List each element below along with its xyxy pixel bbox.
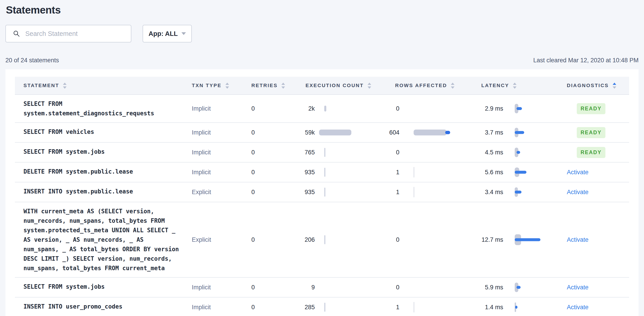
- sort-icons[interactable]: [226, 82, 229, 89]
- statement-row[interactable]: DELETE FROM system.public.leaseImplicit0…: [15, 162, 629, 182]
- column-header-label: DIAGNOSTICS: [567, 82, 609, 88]
- sort-icons[interactable]: [613, 82, 616, 89]
- execution-count-value: 935: [280, 189, 315, 196]
- execution-count-bar: [319, 106, 326, 112]
- column-header-retries[interactable]: RETRIES: [251, 82, 280, 89]
- diagnostics-activate-link[interactable]: Activate: [567, 169, 588, 176]
- statement-text-link[interactable]: DELETE FROM system.public.lease: [24, 167, 181, 176]
- diagnostics-activate-link[interactable]: Activate: [567, 304, 588, 311]
- statement-row[interactable]: SELECT FROM system.statement_diagnostics…: [15, 95, 629, 123]
- column-header-label: LATENCY: [481, 82, 509, 88]
- statements-table-card: STATEMENTTXN TYPERETRIESEXECUTION COUNTR…: [6, 69, 638, 316]
- statement-cell: INSERT INTO user_promo_codes: [15, 298, 192, 316]
- latency-bar: [515, 103, 518, 114]
- statement-text-link[interactable]: INSERT INTO system.public.lease: [24, 187, 181, 196]
- retries-cell: 0: [251, 129, 280, 136]
- execution-count-bar: [319, 235, 326, 244]
- execution-count-value: 2k: [280, 105, 315, 112]
- rows-affected-cell: 1: [368, 167, 465, 178]
- column-header-execution-count[interactable]: EXECUTION COUNT: [280, 82, 368, 89]
- bar-segment: [324, 303, 326, 312]
- retries-cell: 0: [251, 304, 280, 311]
- rows-affected-bar: [414, 167, 414, 178]
- execution-count-value: 9: [280, 284, 315, 291]
- diagnostics-cell: READY: [567, 103, 630, 114]
- bar-segment: [414, 167, 414, 178]
- latency-mean-bar: [516, 151, 520, 154]
- statement-text-link[interactable]: SELECT FROM system.jobs: [24, 147, 181, 156]
- search-input[interactable]: [25, 30, 131, 38]
- retries-cell: 0: [251, 105, 280, 112]
- statement-text-link[interactable]: WITH current_meta AS (SELECT version, nu…: [24, 206, 181, 273]
- rows-affected-value: 0: [368, 284, 400, 291]
- sort-icons[interactable]: [63, 82, 66, 89]
- rows-affected-value: 604: [368, 129, 400, 136]
- statement-row[interactable]: SELECT FROM system.jobsImplicit076504.5 …: [15, 143, 629, 162]
- execution-count-cell: 285: [280, 303, 368, 312]
- latency-bar: [515, 302, 516, 313]
- column-header-statement[interactable]: STATEMENT: [15, 82, 192, 89]
- statement-row[interactable]: INSERT INTO system.public.leaseExplicit0…: [15, 182, 629, 202]
- diagnostics-activate-link[interactable]: Activate: [567, 284, 588, 291]
- rows-affected-value: 1: [368, 189, 400, 196]
- sort-icons[interactable]: [451, 82, 454, 89]
- statement-text-link[interactable]: INSERT INTO user_promo_codes: [24, 302, 181, 311]
- bar-segment: [414, 302, 414, 312]
- rows-affected-value: 1: [368, 304, 400, 311]
- rows-affected-cell: 0: [368, 149, 465, 156]
- execution-count-bar: [319, 168, 326, 177]
- latency-value: 3.4 ms: [465, 189, 503, 196]
- latency-cell: 3.7 ms: [465, 127, 567, 138]
- app-filter-dropdown[interactable]: App: ALL: [142, 25, 192, 42]
- table-body: SELECT FROM system.statement_diagnostics…: [15, 95, 629, 316]
- txn-type-cell: Explicit: [192, 189, 251, 196]
- chevron-down-icon: [182, 32, 186, 35]
- latency-mean-bar: [516, 107, 522, 110]
- column-header-rows-affected[interactable]: ROWS AFFECTED: [368, 82, 465, 89]
- column-header-latency[interactable]: LATENCY: [465, 82, 567, 89]
- retries-cell: 0: [251, 284, 280, 291]
- statement-cell: DELETE FROM system.public.lease: [15, 162, 192, 182]
- table-header-row: STATEMENTTXN TYPERETRIESEXECUTION COUNTR…: [15, 77, 629, 95]
- execution-count-value: 765: [280, 149, 315, 156]
- execution-count-cell: 765: [280, 148, 368, 157]
- statement-row[interactable]: INSERT INTO user_promo_codesImplicit0285…: [15, 298, 629, 316]
- search-box[interactable]: [6, 25, 131, 42]
- mean-marker: [445, 131, 450, 134]
- diagnostics-activate-link[interactable]: Activate: [567, 236, 588, 243]
- diagnostics-activate-link[interactable]: Activate: [567, 189, 588, 196]
- latency-cell: 5.6 ms: [465, 166, 567, 178]
- txn-type-cell: Implicit: [192, 304, 251, 311]
- bar-segment: [414, 130, 446, 136]
- rows-affected-value: 0: [368, 105, 400, 112]
- statements-page: Statements App: ALL 20 of 24 statements …: [0, 0, 644, 316]
- statement-text-link[interactable]: SELECT FROM vehicles: [24, 127, 181, 136]
- search-icon: [13, 30, 20, 37]
- column-header-diagnostics[interactable]: DIAGNOSTICS: [567, 82, 630, 89]
- sort-ascending-icon: [513, 82, 516, 85]
- sort-icons[interactable]: [513, 82, 516, 89]
- statement-row[interactable]: SELECT FROM vehiclesImplicit059k6043.7 m…: [15, 123, 629, 143]
- column-header-label: STATEMENT: [24, 82, 59, 88]
- execution-count-value: 935: [280, 169, 315, 176]
- latency-value: 3.7 ms: [465, 129, 503, 136]
- column-header-label: TXN TYPE: [192, 82, 222, 88]
- rows-affected-cell: 0: [368, 105, 465, 112]
- txn-type-cell: Implicit: [192, 169, 251, 176]
- statement-text-link[interactable]: SELECT FROM system.statement_diagnostics…: [24, 99, 181, 118]
- sort-descending-icon: [226, 86, 229, 89]
- statement-text-link[interactable]: SELECT FROM system.jobs: [24, 282, 181, 292]
- sort-descending-icon: [451, 86, 454, 89]
- txn-type-cell: Implicit: [192, 129, 251, 136]
- statement-row[interactable]: WITH current_meta AS (SELECT version, nu…: [15, 202, 629, 278]
- statement-row[interactable]: SELECT FROM system.jobsImplicit0905.9 ms…: [15, 278, 629, 298]
- summary-row: 20 of 24 statements Last cleared Mar 12,…: [6, 57, 638, 64]
- column-header-label: RETRIES: [251, 82, 278, 88]
- bar-segment: [319, 130, 351, 136]
- retries-cell: 0: [251, 189, 280, 196]
- latency-bar: [515, 186, 518, 198]
- statements-count: 20 of 24 statements: [6, 57, 59, 64]
- execution-count-cell: 935: [280, 168, 368, 177]
- column-header-txn-type[interactable]: TXN TYPE: [192, 82, 251, 89]
- latency-value: 1.4 ms: [465, 304, 503, 311]
